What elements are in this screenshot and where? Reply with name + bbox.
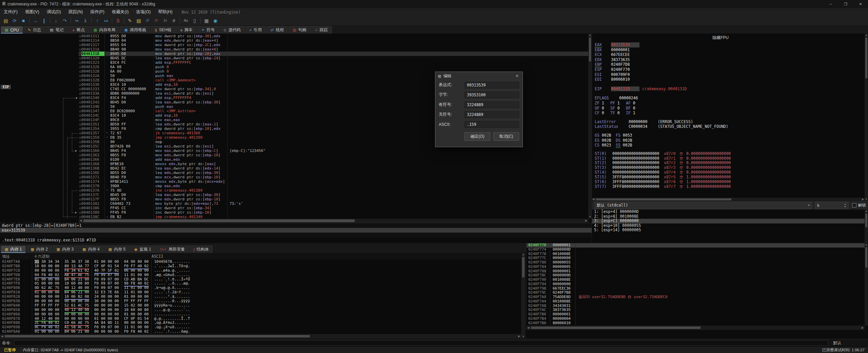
stack-panel[interactable]: 0240F770000000010240F7740000000D0240F778… — [526, 243, 865, 326]
breakpoint-slot[interactable] — [79, 206, 81, 210]
stack-row[interactable]: 0240F798667EEC36 — [527, 287, 865, 291]
script-icon[interactable]: S — [114, 17, 122, 24]
register-row[interactable]: ST(4)00000000000000000000x87r4空0.0000000… — [595, 170, 864, 175]
dump-hscrollbar[interactable]: ◀ ▶ — [0, 334, 521, 338]
menu-item[interactable]: 选项(O) — [132, 8, 154, 16]
stack-row[interactable]: 0240F7900010008E — [527, 278, 865, 282]
breakpoint-slot[interactable] — [79, 197, 81, 201]
memory-dump[interactable]: 0240F7A831 30 34 3435 36 37 3801 00 00 0… — [0, 260, 521, 334]
register-row[interactable]: EDI80006010 — [595, 77, 864, 82]
register-row[interactable]: ESI000709F0 — [595, 72, 864, 77]
disasm-row[interactable]: 0040136601D0add eax,edx — [79, 157, 588, 162]
register-row[interactable]: ST(5)3FFF8000000000000000x87r5空1.0000000… — [595, 175, 864, 180]
memory-map-icon[interactable]: /// — [143, 17, 152, 24]
dump-tab-局部变量[interactable]: [x=]局部变量 — [156, 246, 189, 253]
patch-icon[interactable]: ✎ — [125, 17, 134, 24]
breakpoint-slot[interactable] — [79, 74, 81, 78]
breakpoint-slot[interactable] — [79, 109, 81, 113]
step-over-icon[interactable]: ↷ — [60, 17, 69, 24]
tab-笔记[interactable]: ▤笔记 — [46, 26, 67, 34]
register-row[interactable]: ST(6)3FFF8000000000000000x87r6空1.0000000… — [595, 180, 864, 184]
hash-icon[interactable]: # — [170, 17, 178, 24]
registers-vscrollbar[interactable]: ▲ ▼ — [865, 34, 868, 201]
breakpoint-slot[interactable] — [79, 87, 81, 91]
tab-日志[interactable]: ✎日志 — [24, 26, 45, 34]
dialog-field-input[interactable]: .159 — [465, 121, 519, 128]
register-row[interactable]: EDX38373635 — [595, 57, 864, 62]
stack-row[interactable]: 0240F78000000055 — [527, 260, 865, 265]
breakpoint-slot[interactable] — [79, 153, 81, 157]
stack-row[interactable]: 0240F79C0240F7B8 — [527, 291, 865, 295]
argument-row[interactable]: 2: [esp+8] 0010008E — [592, 214, 865, 219]
disasm-row[interactable]: 00401389FF45 F0inc dword ptr ss:[ebp-10] — [79, 210, 588, 215]
tab-内存布局[interactable]: ▦内存布局 — [90, 26, 119, 34]
dump-row[interactable]: 0240F8A801 00 00 00B4 06 21 0000 00 00 0… — [0, 330, 521, 334]
dump-tab-监视 1[interactable]: ◉监视 1 — [130, 246, 155, 253]
breakpoint-slot[interactable] — [79, 140, 81, 144]
disasm-row[interactable]: 004013740FBE1411movsx edx,byte ptr ds:[e… — [79, 179, 588, 184]
command-profile[interactable]: 默认 — [833, 340, 841, 346]
arguments-list[interactable]: 1: [esp+4] 0000000D2: [esp+8] 0010008E3:… — [592, 210, 865, 243]
execute-till-return-icon[interactable]: ⇒ — [72, 17, 81, 24]
dialog-field-input[interactable]: 39353100 — [465, 92, 519, 98]
menu-item[interactable]: 调试(D) — [43, 8, 65, 16]
breakpoint-slot[interactable] — [79, 175, 81, 179]
tab-符号[interactable]: ✦符号 — [197, 26, 219, 34]
stack-row[interactable]: 0240F7780010008E — [527, 252, 865, 256]
disassembly-vscrollbar[interactable]: ▲ ▼ — [588, 34, 592, 219]
run-to-cursor-icon[interactable]: ↦ — [102, 17, 111, 24]
register-row[interactable]: EAX00313539 — [595, 42, 864, 47]
cancel-button[interactable]: 取消(C) — [493, 132, 519, 141]
stack-row[interactable]: 0240F79400000000 — [527, 282, 865, 287]
dump-tab-内存 4[interactable]: ▦内存 4 — [78, 246, 103, 253]
breakpoint-slot[interactable] — [79, 179, 81, 184]
dialog-field-input[interactable]: 3224889 — [465, 111, 519, 118]
disasm-row[interactable]: 004013718B4D F0mov ecx,dword ptr ss:[ebp… — [79, 175, 588, 179]
disasm-row[interactable]: 0040137839D0cmp eax,edx — [79, 184, 588, 188]
tab-句柄[interactable]: ▥句柄 — [289, 26, 310, 34]
breakpoints-icon[interactable]: /// — [152, 17, 161, 24]
maximize-button[interactable]: ❐ — [838, 0, 853, 8]
register-row[interactable]: EBP0240F7D8 — [595, 62, 864, 67]
dump-tab-内存 5[interactable]: ▦内存 5 — [104, 246, 130, 253]
disasm-row[interactable]: 0040136B8D42 EClea eax,dword ptr ds:[edx… — [79, 166, 588, 171]
dump-tab-内存 1[interactable]: ▦内存 1 — [1, 246, 26, 253]
breakpoint-slot[interactable] — [79, 65, 81, 69]
menu-item[interactable]: 帮助(H) — [154, 8, 176, 16]
fx-icon[interactable]: ƒx — [161, 17, 170, 24]
breakpoint-slot[interactable] — [79, 69, 81, 74]
stop-icon[interactable]: ■ — [19, 17, 28, 24]
breakpoint-slot[interactable] — [79, 78, 81, 82]
restart-icon[interactable]: ⟳ — [10, 17, 19, 24]
font-icon[interactable]: Aa — [181, 17, 190, 24]
disasm-row[interactable]: 0040137C8D45 D0lea eax,dword ptr ss:[ebp… — [79, 193, 588, 197]
breakpoint-slot[interactable] — [79, 184, 81, 188]
device-icon[interactable]: ▯ — [190, 17, 199, 24]
dump-tab-内存 3[interactable]: ▦内存 3 — [53, 246, 78, 253]
register-row[interactable]: ST(2)00000000000000000000x87r2空0.0000000… — [595, 161, 864, 165]
disasm-row[interactable]: 0040136E8D55 D0lea edx,dword ptr ss:[ebp… — [79, 171, 588, 175]
stack-vscrollbar[interactable]: ▲ — [865, 243, 868, 326]
argument-row[interactable]: 4: [esp+10] 00000055 — [592, 223, 865, 228]
dialog-field-input[interactable]: 3224889 — [465, 101, 519, 108]
stack-row[interactable]: 0240F7B880006010 — [527, 321, 865, 326]
register-row[interactable]: EBX00000001 — [595, 47, 864, 53]
breakpoint-slot[interactable] — [79, 210, 81, 215]
breakpoint-slot[interactable] — [79, 38, 81, 43]
register-row[interactable]: LastError00000000(ERROR_SUCCESS) — [595, 119, 864, 124]
argument-row[interactable]: 1: [esp+4] 0000000D — [592, 210, 865, 214]
disasm-row[interactable]: 0040131A8B40 08mov eax,dword ptr ds:[eax… — [79, 47, 588, 52]
breakpoint-slot[interactable] — [79, 82, 81, 87]
disasm-row[interactable]: 0040132383C4 FCadd esp,FFFFFFFC — [79, 60, 588, 65]
breakpoint-slot[interactable] — [79, 91, 81, 96]
tab-跟踪[interactable]: ∴跟踪 — [311, 26, 332, 34]
breakpoint-slot[interactable] — [79, 43, 81, 47]
run-to-user-code-icon[interactable]: ↑ — [93, 17, 102, 24]
breakpoint-slot[interactable] — [79, 113, 81, 118]
breakpoint-slot[interactable] — [79, 135, 81, 140]
breakpoint-slot[interactable] — [79, 126, 81, 131]
stack-row[interactable]: 0240F78400000005 — [527, 265, 865, 269]
stack-row[interactable]: 0240F7B400000004 — [527, 317, 865, 321]
stack-row[interactable]: 0240F78800000001 — [527, 269, 865, 274]
register-row[interactable]: GS 002BFS 0053 — [595, 133, 864, 138]
